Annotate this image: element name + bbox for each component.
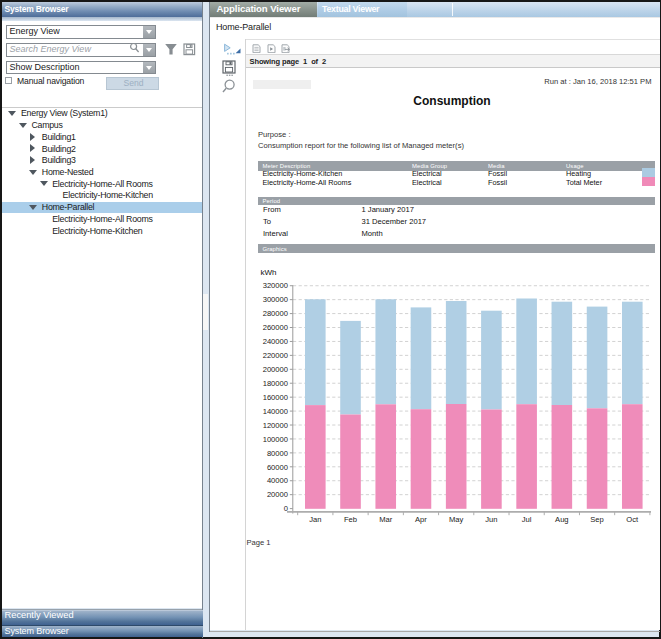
svg-text:40000: 40000 <box>267 476 288 485</box>
svg-text:Aug: Aug <box>555 515 569 524</box>
svg-text:220000: 220000 <box>263 351 288 360</box>
svg-text:Sep: Sep <box>590 515 604 524</box>
svg-text:Apr: Apr <box>415 515 427 524</box>
svg-text:260000: 260000 <box>263 323 288 332</box>
svg-text:320000: 320000 <box>263 281 288 290</box>
svg-text:20000: 20000 <box>267 490 288 499</box>
svg-text:Feb: Feb <box>344 515 357 524</box>
svg-text:Jun: Jun <box>485 515 497 524</box>
svg-text:200000: 200000 <box>263 365 288 374</box>
svg-text:Jul: Jul <box>522 515 532 524</box>
svg-text:100000: 100000 <box>263 435 288 444</box>
svg-text:Jan: Jan <box>309 515 321 524</box>
svg-text:140000: 140000 <box>263 407 288 416</box>
svg-text:280000: 280000 <box>263 309 288 318</box>
svg-text:300000: 300000 <box>263 295 288 304</box>
svg-text:120000: 120000 <box>263 421 288 430</box>
svg-text:180000: 180000 <box>263 379 288 388</box>
svg-text:60000: 60000 <box>267 463 288 472</box>
svg-text:80000: 80000 <box>267 449 288 458</box>
svg-text:Oct: Oct <box>626 515 639 524</box>
svg-text:Mar: Mar <box>379 515 393 524</box>
svg-text:160000: 160000 <box>263 393 288 402</box>
svg-text:May: May <box>449 515 464 524</box>
svg-text:240000: 240000 <box>263 337 288 346</box>
